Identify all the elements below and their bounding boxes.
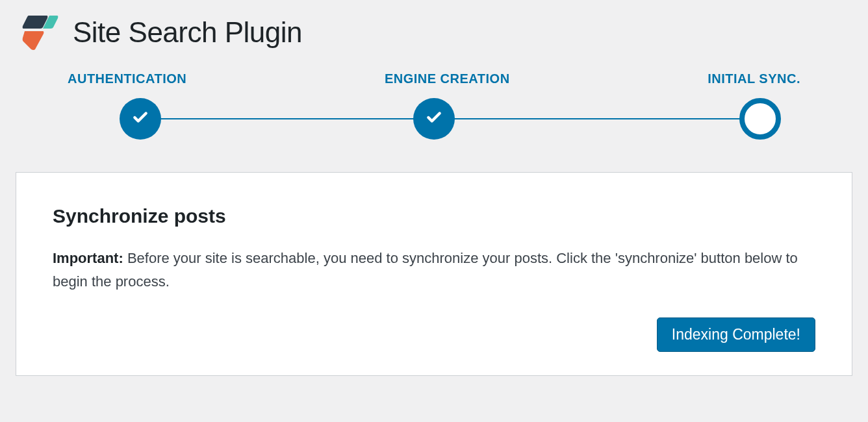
- important-label: Important:: [53, 250, 123, 266]
- stepper-track: [68, 98, 800, 140]
- panel-description: Important: Before your site is searchabl…: [53, 247, 815, 294]
- sync-panel: Synchronize posts Important: Before your…: [16, 172, 852, 376]
- step-circle-authentication: [120, 98, 161, 140]
- step-label-engine-creation: ENGINE CREATION: [385, 71, 510, 86]
- indexing-complete-button[interactable]: Indexing Complete!: [657, 317, 815, 352]
- step-circle-engine-creation: [413, 98, 455, 140]
- page-wrap: Site Search Plugin AUTHENTICATION ENGINE…: [0, 0, 868, 376]
- page-title: Site Search Plugin: [73, 16, 302, 49]
- panel-title: Synchronize posts: [53, 205, 815, 227]
- step-circle-initial-sync: [739, 98, 781, 140]
- page-header: Site Search Plugin: [16, 13, 852, 52]
- stepper-labels: AUTHENTICATION ENGINE CREATION INITIAL S…: [68, 71, 800, 86]
- step-label-initial-sync: INITIAL SYNC.: [708, 71, 800, 86]
- step-label-authentication: AUTHENTICATION: [68, 71, 186, 86]
- panel-body-text: Before your site is searchable, you need…: [53, 250, 798, 290]
- check-icon: [426, 109, 442, 129]
- panel-actions: Indexing Complete!: [53, 317, 815, 352]
- check-icon: [132, 109, 149, 129]
- progress-stepper: AUTHENTICATION ENGINE CREATION INITIAL S…: [68, 71, 800, 140]
- plugin-logo-icon: [21, 13, 60, 52]
